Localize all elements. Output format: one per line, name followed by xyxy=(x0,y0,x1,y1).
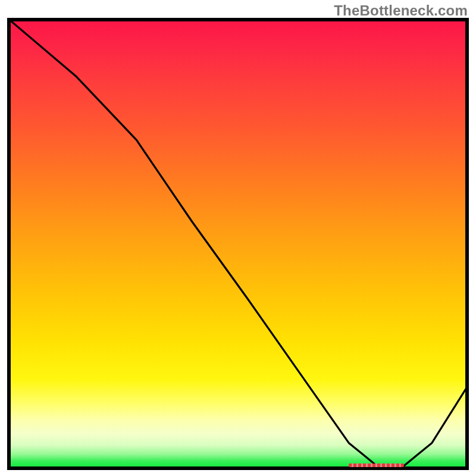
watermark-text: TheBottleneck.com xyxy=(334,2,468,19)
plot-frame xyxy=(7,18,469,470)
chart-container: TheBottleneck.com xyxy=(0,0,476,476)
plot-area xyxy=(7,18,469,470)
optimum-marker xyxy=(349,464,404,467)
